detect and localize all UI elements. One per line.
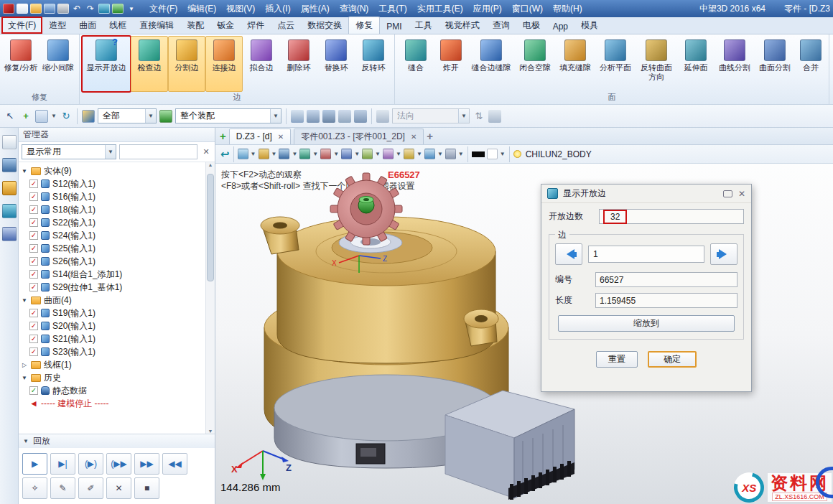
ribbon-tab-repair[interactable]: 修复 [348,17,380,34]
user-icon[interactable] [2,227,17,241]
dialog-close-icon[interactable]: ✕ [738,189,745,199]
visibility-checkbox[interactable]: ✓ [29,218,38,227]
tree-item[interactable]: ✓S21(输入1) [21,332,205,345]
edge-length-field[interactable]: 1.159455 [595,293,737,308]
caret-icon[interactable]: ▼ [437,151,443,157]
sew-button[interactable]: 缝合 [397,36,434,92]
menu-help[interactable]: 帮助(H) [548,0,587,17]
tree-folder-solids[interactable]: ▼ 实体(9) [21,164,205,177]
tree-item[interactable]: ✓S19(输入1) [21,307,205,319]
display-mode-dropdown[interactable]: 显示常用 ▼ [22,144,116,159]
app-logo-icon[interactable] [3,4,14,14]
menu-file[interactable]: 文件(F) [144,0,182,17]
caret-icon[interactable]: ▼ [251,151,256,157]
caret-icon[interactable]: ▼ [271,151,277,157]
section-view-icon[interactable] [320,149,331,159]
reverse-loop-button[interactable]: 反转环 [355,36,392,92]
caret-icon[interactable]: ▼ [292,151,297,157]
normal-mode-icon[interactable] [376,110,389,123]
bulb-icon[interactable] [513,150,521,158]
close-tab-icon[interactable]: ✕ [278,133,284,141]
menu-edit[interactable]: 编辑(E) [182,0,221,17]
tree-item[interactable]: ✓S20(输入1) [21,319,205,332]
extend-face-button[interactable]: 延伸面 [677,36,715,92]
previous-edge-button[interactable] [555,243,582,265]
selection-set-caret-icon[interactable]: ▼ [51,113,57,119]
zoom-to-button[interactable]: 缩放到 [558,315,735,332]
tree-item[interactable]: ✓S18(输入1) [21,203,205,216]
ribbon-tab-inquire[interactable]: 查询 [486,17,516,34]
caret-icon[interactable]: ▼ [500,151,506,157]
exit-back-icon[interactable]: ↩ [220,148,230,161]
replay-fast-forward-button[interactable]: ▶▶ [134,453,159,475]
tree-item[interactable]: ✓S12(输入1) [21,177,205,190]
visibility-checkbox[interactable]: ✓ [29,205,38,214]
fill-gap-button[interactable]: 填充缝隙 [555,36,595,92]
pick-last-icon[interactable] [307,110,320,123]
sew-edge-gap-button[interactable]: 缝合边缝隙 [467,36,515,92]
annotate-icon[interactable] [424,149,435,159]
tree-item-static-data[interactable]: ✓ 静态数据 [21,384,205,397]
new-file-icon[interactable] [17,4,28,14]
replay-curve-button[interactable]: ✧ [22,477,47,499]
ribbon-tab-tools[interactable]: 工具 [409,17,439,34]
scrollbar-thumb[interactable] [207,174,214,281]
visibility-checkbox[interactable]: ✓ [29,386,38,395]
pick-arrow-icon[interactable]: ↖ [4,111,17,121]
visibility-checkbox[interactable]: ✓ [29,244,38,253]
caret-icon[interactable]: ▼ [375,151,381,157]
caret-icon[interactable]: ▼ [333,151,339,157]
tree-scrollbar[interactable]: ▲▼ [205,162,215,434]
rotate-view-icon[interactable] [383,149,394,159]
replay-play-to-button[interactable]: (▶) [78,453,103,475]
caret-icon[interactable]: ▼ [396,151,401,157]
curve-split-button[interactable]: 曲线分割 [715,36,755,92]
search-scope-dropdown[interactable]: 整个装配 ▼ [175,108,281,123]
tree-item[interactable]: ✓S24(输入1) [21,229,205,242]
caret-icon[interactable]: ▼ [458,151,464,157]
window-icon[interactable] [445,149,456,159]
scope-filter-icon[interactable] [159,110,172,123]
surface-split-button[interactable]: 曲面分割 [755,36,795,92]
visibility-checkbox[interactable]: ✓ [29,270,38,279]
ribbon-tab-electrode[interactable]: 电极 [516,17,546,34]
replay-step-forward-button[interactable]: ▶| [50,453,75,475]
visibility-checkbox[interactable]: ✓ [29,257,38,266]
scroll-down-icon[interactable]: ▼ [206,429,215,434]
visibility-checkbox[interactable]: ✓ [29,347,38,356]
manager-filter-input[interactable] [119,144,197,159]
visibility-checkbox[interactable]: ✓ [29,192,38,201]
visual-manager-icon[interactable] [2,204,17,218]
tree-item[interactable]: ✓S29(拉伸1_基体1) [21,281,205,294]
open-edges-count-field[interactable]: 32 [599,209,744,224]
menu-utilities[interactable]: 实用工具(E) [412,0,468,17]
ribbon-tab-shape[interactable]: 造型 [42,17,73,34]
replay-delete-button[interactable]: ✕ [106,477,131,499]
dialog-help-bubble-icon[interactable] [723,190,732,197]
ribbon-tab-mold[interactable]: 模具 [574,17,605,34]
tree-folder-history[interactable]: ▼ 历史 [21,371,205,384]
replay-play-button[interactable]: ▶ [22,453,47,475]
orient-icon[interactable] [112,4,124,14]
document-tab[interactable]: 零件001.Z3 - [零件001_2D] ✕ [294,129,424,144]
edge-number-field[interactable]: 66527 [595,272,737,287]
save-icon[interactable] [44,4,55,14]
pick-region-icon[interactable] [338,110,351,123]
collapse-icon[interactable]: ▼ [21,375,28,381]
connect-edge-button[interactable]: 连接边 [205,36,243,92]
new-document-icon[interactable]: + [220,130,226,142]
settings-icon[interactable] [488,110,501,123]
tree-item[interactable]: ✓S23(输入1) [21,345,205,358]
caret-icon[interactable]: ▼ [354,151,360,157]
pan-icon[interactable] [362,149,373,159]
normal-dropdown[interactable]: 法向 ▼ [392,108,470,123]
view-icon[interactable] [98,4,110,14]
replace-loop-button[interactable]: 替换环 [317,36,355,92]
replay-stop-button[interactable]: ■ [134,477,159,499]
qat-dropdown-icon[interactable]: ▼ [126,6,137,12]
tree-item[interactable]: ✓S25(输入1) [21,242,205,255]
show-open-edges-button[interactable]: ? 显示开放边 [82,36,131,92]
menu-window[interactable]: 窗口(W) [507,0,548,17]
manager-panel-icon[interactable] [2,135,17,149]
tree-item[interactable]: ✓S26(输入1) [21,255,205,268]
